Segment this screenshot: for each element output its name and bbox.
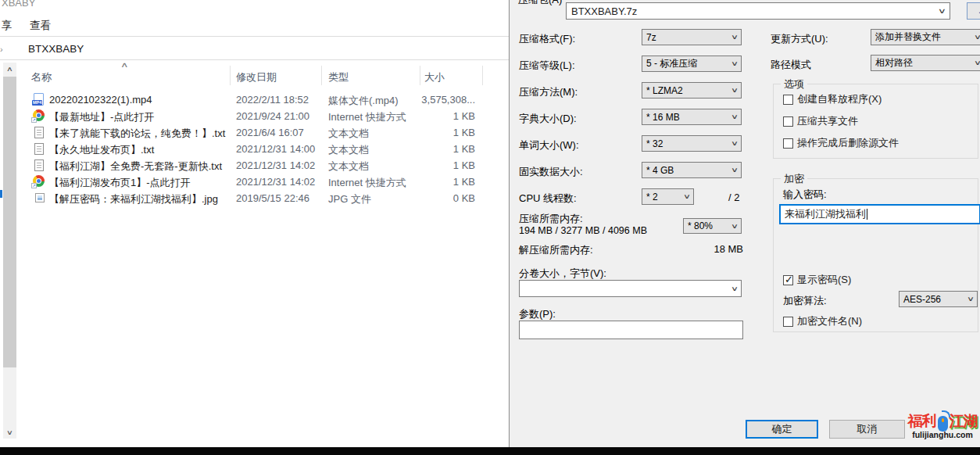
format-label: 压缩格式(F): [519, 32, 575, 46]
options-group: 选项 创建自释放程序(X) 压缩共享文件 操作完成后删除源文件 [773, 84, 978, 159]
chrome-shortcut-icon [33, 175, 45, 187]
column-divider[interactable] [420, 66, 420, 85]
file-size: 1 KB [399, 143, 475, 155]
archive-label: 压缩包(A) [518, 0, 562, 7]
logo-text-right: 江湖 [950, 411, 978, 432]
file-row[interactable]: 【永久地址发布页】.txt 2021/12/31 14:00 文本文档 1 KB [19, 141, 488, 157]
scrollbar-thumb[interactable] [3, 77, 16, 367]
chevron-down-icon [731, 113, 739, 120]
file-size: 0 KB [399, 192, 475, 204]
format-select[interactable]: 7z [642, 29, 742, 45]
chevron-down-icon [731, 34, 739, 41]
ok-button[interactable]: 确定 [746, 420, 818, 439]
file-row[interactable]: 【福利江湖】全免费-无套路-更新快.txt 2021/12/31 14:02 文… [19, 157, 488, 174]
compress-shared-checkbox[interactable]: 压缩共享文件 [783, 114, 858, 128]
password-label: 输入密码: [783, 188, 827, 202]
column-divider[interactable] [230, 66, 231, 85]
checkbox-checked-icon[interactable] [783, 275, 793, 285]
chevron-down-icon [974, 59, 980, 66]
path-mode-label: 路径模式 [771, 58, 811, 72]
file-name: 【来了就能下载的论坛，纯免费！】.txt [49, 127, 225, 141]
file-date: 2021/6/4 16:07 [236, 127, 304, 138]
file-row[interactable]: 【解压密码：来福利江湖找福利】.jpg 2019/5/15 22:46 JPG … [19, 190, 488, 206]
level-label: 压缩等级(L): [519, 59, 575, 73]
file-size: 1 KB [399, 110, 475, 122]
scroll-down-icon[interactable]: ∨ [0, 426, 20, 439]
cancel-button[interactable]: 取消 [829, 420, 905, 439]
file-type: 文本文档 [328, 143, 369, 157]
solid-size-select[interactable]: * 4 GB [642, 162, 742, 178]
create-sfx-checkbox[interactable]: 创建自释放程序(X) [783, 92, 882, 106]
file-size: 1 KB [399, 127, 475, 138]
checkbox-icon[interactable] [783, 116, 793, 127]
browse-button[interactable]: ... [967, 2, 980, 20]
update-mode-select[interactable]: 添加并替换文件 [871, 29, 980, 45]
method-select[interactable]: * LZMA2 [642, 82, 742, 99]
tab-view[interactable]: 查看 [30, 19, 51, 33]
file-size: 1 KB [399, 176, 475, 188]
scroll-up-icon[interactable]: ∧ [0, 63, 20, 75]
divider [0, 59, 509, 60]
options-group-title: 选项 [781, 77, 807, 91]
show-password-checkbox[interactable]: 显示密码(S) [783, 273, 851, 287]
column-header-type[interactable]: 类型 [328, 70, 349, 84]
volume-size-label: 分卷大小，字节(V): [519, 267, 606, 281]
file-row[interactable]: 【福利江湖发布页1】-点此打开 2021/12/31 14:02 Interne… [19, 174, 488, 190]
parameters-input[interactable] [519, 321, 743, 339]
file-name: 【福利江湖发布页1】-点此打开 [49, 176, 191, 190]
column-header-date[interactable]: 修改日期 [236, 70, 277, 84]
column-divider[interactable] [482, 66, 483, 85]
nav-selection-fragment [0, 190, 2, 198]
word-size-label: 单词大小(W): [519, 138, 579, 152]
shortcut-arrow-icon [31, 183, 37, 188]
password-input[interactable]: 来福利江湖找福利 [779, 204, 980, 224]
dictionary-select[interactable]: * 16 MB [642, 109, 742, 125]
volume-size-combo[interactable] [519, 280, 742, 297]
tab-share[interactable]: 享 [2, 19, 13, 33]
breadcrumb[interactable]: BTXXBABY [28, 43, 84, 55]
column-divider[interactable] [321, 66, 322, 85]
archive-dialog: 压缩包(A) BTXXBABY.7z ... 压缩格式(F): 7z 压缩等级(… [509, 0, 980, 447]
breadcrumb-chevron-icon: › [0, 45, 3, 54]
chevron-down-icon [974, 34, 980, 41]
word-size-select[interactable]: * 32 [642, 135, 742, 152]
checkbox-icon[interactable] [783, 138, 793, 149]
file-type: Internet 快捷方式 [328, 110, 406, 124]
archive-name-combo[interactable]: BTXXBABY.7z [566, 2, 950, 20]
cpu-threads-select[interactable]: * 2 [642, 188, 694, 205]
logo-text-left: 福利 [908, 411, 936, 432]
level-select[interactable]: 5 - 标准压缩 [642, 56, 742, 72]
jpg-file-icon [35, 193, 45, 202]
file-name: 【永久地址发布页】.txt [49, 143, 154, 157]
path-mode-select[interactable]: 相对路径 [871, 55, 980, 71]
checkbox-icon[interactable] [783, 317, 793, 327]
window-title: XBABY [2, 0, 35, 9]
file-size: 3,575,308... [399, 94, 475, 106]
encryption-method-select[interactable]: AES-256 [899, 291, 978, 307]
file-name: 【最新地址】-点此打开 [49, 110, 154, 124]
file-date: 2021/12/31 14:02 [236, 176, 315, 188]
shortcut-arrow-icon [31, 117, 37, 123]
file-row[interactable]: 【来了就能下载的论坛，纯免费！】.txt 2021/6/4 16:07 文本文档… [19, 124, 488, 141]
chevron-down-icon [938, 7, 946, 15]
file-row[interactable]: 【最新地址】-点此打开 2021/9/24 21:00 Internet 快捷方… [19, 108, 488, 124]
cpu-threads-max: / 2 [728, 192, 739, 203]
dictionary-label: 字典大小(D): [519, 112, 577, 126]
chevron-down-icon [731, 285, 739, 292]
column-header-size[interactable]: 大小 [424, 70, 445, 84]
chevron-down-icon [731, 223, 739, 230]
delete-after-checkbox[interactable]: 操作完成后删除源文件 [783, 136, 899, 150]
chevron-down-icon [967, 296, 975, 303]
column-header-name[interactable]: 名称 [31, 70, 52, 84]
encrypt-filenames-checkbox[interactable]: 加密文件名(N) [783, 314, 862, 328]
checkbox-icon[interactable] [783, 95, 793, 105]
file-row[interactable]: 202202102322(1).mp4 2022/2/11 18:52 媒体文件… [19, 91, 488, 108]
file-name: 【解压密码：来福利江湖找福利】.jpg [49, 192, 218, 206]
encryption-group-title: 加密 [781, 172, 807, 186]
text-file-icon [34, 159, 44, 171]
file-type: 媒体文件(.mp4) [328, 94, 399, 108]
mp4-file-icon [34, 93, 44, 106]
memory-percent-select[interactable]: * 80% [683, 218, 742, 234]
parameters-label: 参数(P): [519, 307, 556, 321]
nav-pane-scrollbar[interactable]: ∧ ∨ [3, 63, 16, 439]
